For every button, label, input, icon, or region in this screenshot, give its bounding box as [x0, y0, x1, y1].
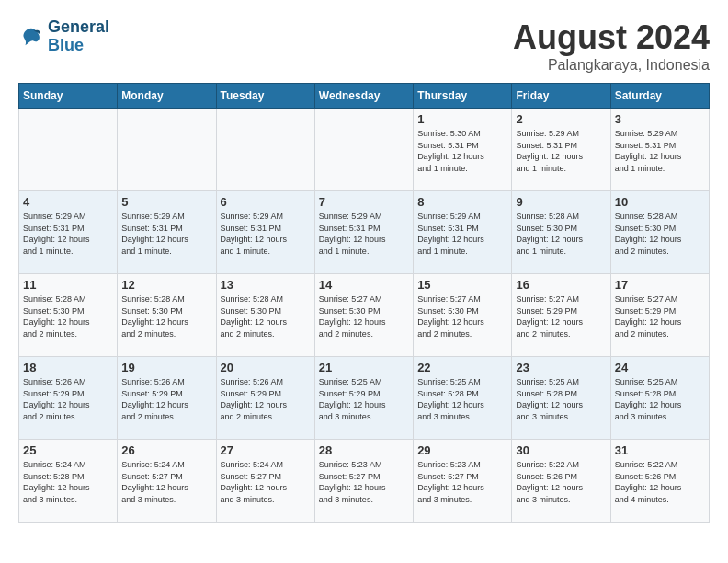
- cell-info: Sunrise: 5:29 AM Sunset: 5:31 PM Dayligh…: [319, 211, 409, 257]
- week-row-5: 25Sunrise: 5:24 AM Sunset: 5:28 PM Dayli…: [19, 440, 710, 523]
- cell-info: Sunrise: 5:28 AM Sunset: 5:30 PM Dayligh…: [615, 211, 705, 257]
- calendar-cell: 11Sunrise: 5:28 AM Sunset: 5:30 PM Dayli…: [19, 274, 118, 357]
- calendar-cell: 4Sunrise: 5:29 AM Sunset: 5:31 PM Daylig…: [19, 191, 118, 274]
- header-wednesday: Wednesday: [314, 84, 413, 109]
- calendar-cell: 6Sunrise: 5:29 AM Sunset: 5:31 PM Daylig…: [216, 191, 314, 274]
- day-number: 6: [221, 195, 311, 209]
- cell-info: Sunrise: 5:26 AM Sunset: 5:29 PM Dayligh…: [23, 376, 113, 422]
- day-number: 20: [221, 361, 311, 374]
- calendar-cell: 10Sunrise: 5:28 AM Sunset: 5:30 PM Dayli…: [610, 191, 709, 274]
- calendar-cell: 9Sunrise: 5:28 AM Sunset: 5:30 PM Daylig…: [512, 191, 610, 274]
- calendar-cell: [314, 109, 413, 191]
- week-row-4: 18Sunrise: 5:26 AM Sunset: 5:29 PM Dayli…: [19, 357, 710, 440]
- cell-info: Sunrise: 5:29 AM Sunset: 5:31 PM Dayligh…: [615, 128, 705, 174]
- title-block: August 2024 Palangkaraya, Indonesia: [513, 18, 710, 74]
- day-number: 28: [319, 443, 409, 457]
- cell-info: Sunrise: 5:29 AM Sunset: 5:31 PM Dayligh…: [417, 211, 507, 257]
- cell-info: Sunrise: 5:29 AM Sunset: 5:31 PM Dayligh…: [221, 211, 311, 257]
- day-number: 23: [516, 361, 606, 374]
- day-number: 15: [417, 278, 507, 292]
- day-number: 24: [615, 361, 705, 374]
- header-saturday: Saturday: [610, 84, 709, 109]
- cell-info: Sunrise: 5:24 AM Sunset: 5:27 PM Dayligh…: [221, 459, 311, 505]
- cell-info: Sunrise: 5:23 AM Sunset: 5:27 PM Dayligh…: [319, 459, 409, 505]
- day-number: 11: [23, 278, 113, 292]
- day-number: 27: [221, 443, 311, 457]
- calendar-cell: [118, 109, 216, 191]
- page-header: General Blue August 2024 Palangkaraya, I…: [18, 18, 710, 74]
- logo: General Blue: [18, 18, 109, 55]
- cell-info: Sunrise: 5:27 AM Sunset: 5:29 PM Dayligh…: [615, 293, 705, 339]
- cell-info: Sunrise: 5:29 AM Sunset: 5:31 PM Dayligh…: [121, 211, 211, 257]
- calendar-cell: 2Sunrise: 5:29 AM Sunset: 5:31 PM Daylig…: [512, 109, 610, 191]
- calendar-cell: 13Sunrise: 5:28 AM Sunset: 5:30 PM Dayli…: [216, 274, 314, 357]
- logo-icon: [18, 24, 44, 50]
- calendar-cell: 26Sunrise: 5:24 AM Sunset: 5:27 PM Dayli…: [118, 440, 216, 523]
- day-number: 9: [516, 195, 606, 209]
- cell-info: Sunrise: 5:22 AM Sunset: 5:26 PM Dayligh…: [615, 459, 705, 505]
- cell-info: Sunrise: 5:29 AM Sunset: 5:31 PM Dayligh…: [23, 211, 113, 257]
- calendar-cell: 22Sunrise: 5:25 AM Sunset: 5:28 PM Dayli…: [414, 357, 512, 440]
- day-number: 14: [319, 278, 409, 292]
- day-number: 8: [417, 195, 507, 209]
- cell-info: Sunrise: 5:28 AM Sunset: 5:30 PM Dayligh…: [121, 293, 211, 339]
- cell-info: Sunrise: 5:28 AM Sunset: 5:30 PM Dayligh…: [516, 211, 606, 257]
- calendar-cell: 16Sunrise: 5:27 AM Sunset: 5:29 PM Dayli…: [512, 274, 610, 357]
- calendar-cell: 20Sunrise: 5:26 AM Sunset: 5:29 PM Dayli…: [216, 357, 314, 440]
- cell-info: Sunrise: 5:25 AM Sunset: 5:28 PM Dayligh…: [417, 376, 507, 422]
- calendar-table: SundayMondayTuesdayWednesdayThursdayFrid…: [18, 83, 710, 523]
- calendar-cell: [216, 109, 314, 191]
- cell-info: Sunrise: 5:24 AM Sunset: 5:27 PM Dayligh…: [121, 459, 211, 505]
- day-number: 26: [121, 443, 211, 457]
- calendar-cell: [19, 109, 118, 191]
- day-number: 1: [417, 112, 507, 126]
- calendar-cell: 1Sunrise: 5:30 AM Sunset: 5:31 PM Daylig…: [414, 109, 512, 191]
- cell-info: Sunrise: 5:27 AM Sunset: 5:30 PM Dayligh…: [417, 293, 507, 339]
- month-title: August 2024: [513, 18, 710, 57]
- cell-info: Sunrise: 5:27 AM Sunset: 5:30 PM Dayligh…: [319, 293, 409, 339]
- cell-info: Sunrise: 5:28 AM Sunset: 5:30 PM Dayligh…: [221, 293, 311, 339]
- cell-info: Sunrise: 5:26 AM Sunset: 5:29 PM Dayligh…: [121, 376, 211, 422]
- day-number: 7: [319, 195, 409, 209]
- calendar-cell: 7Sunrise: 5:29 AM Sunset: 5:31 PM Daylig…: [314, 191, 413, 274]
- calendar-cell: 15Sunrise: 5:27 AM Sunset: 5:30 PM Dayli…: [414, 274, 512, 357]
- calendar-cell: 12Sunrise: 5:28 AM Sunset: 5:30 PM Dayli…: [118, 274, 216, 357]
- calendar-cell: 27Sunrise: 5:24 AM Sunset: 5:27 PM Dayli…: [216, 440, 314, 523]
- header-tuesday: Tuesday: [216, 84, 314, 109]
- day-number: 17: [615, 278, 705, 292]
- calendar-cell: 14Sunrise: 5:27 AM Sunset: 5:30 PM Dayli…: [314, 274, 413, 357]
- header-friday: Friday: [512, 84, 610, 109]
- cell-info: Sunrise: 5:27 AM Sunset: 5:29 PM Dayligh…: [516, 293, 606, 339]
- calendar-cell: 3Sunrise: 5:29 AM Sunset: 5:31 PM Daylig…: [610, 109, 709, 191]
- calendar-cell: 21Sunrise: 5:25 AM Sunset: 5:29 PM Dayli…: [314, 357, 413, 440]
- week-row-3: 11Sunrise: 5:28 AM Sunset: 5:30 PM Dayli…: [19, 274, 710, 357]
- header-thursday: Thursday: [414, 84, 512, 109]
- header-row: SundayMondayTuesdayWednesdayThursdayFrid…: [19, 84, 710, 109]
- day-number: 3: [615, 112, 705, 126]
- day-number: 10: [615, 195, 705, 209]
- calendar-cell: 18Sunrise: 5:26 AM Sunset: 5:29 PM Dayli…: [19, 357, 118, 440]
- header-sunday: Sunday: [19, 84, 118, 109]
- calendar-cell: 28Sunrise: 5:23 AM Sunset: 5:27 PM Dayli…: [314, 440, 413, 523]
- calendar-cell: 24Sunrise: 5:25 AM Sunset: 5:28 PM Dayli…: [610, 357, 709, 440]
- logo-text: General Blue: [48, 18, 109, 55]
- calendar-cell: 23Sunrise: 5:25 AM Sunset: 5:28 PM Dayli…: [512, 357, 610, 440]
- day-number: 16: [516, 278, 606, 292]
- day-number: 31: [615, 443, 705, 457]
- cell-info: Sunrise: 5:26 AM Sunset: 5:29 PM Dayligh…: [221, 376, 311, 422]
- day-number: 4: [23, 195, 113, 209]
- day-number: 12: [121, 278, 211, 292]
- calendar-cell: 31Sunrise: 5:22 AM Sunset: 5:26 PM Dayli…: [610, 440, 709, 523]
- header-monday: Monday: [118, 84, 216, 109]
- day-number: 30: [516, 443, 606, 457]
- cell-info: Sunrise: 5:30 AM Sunset: 5:31 PM Dayligh…: [417, 128, 507, 174]
- cell-info: Sunrise: 5:28 AM Sunset: 5:30 PM Dayligh…: [23, 293, 113, 339]
- day-number: 22: [417, 361, 507, 374]
- calendar-cell: 17Sunrise: 5:27 AM Sunset: 5:29 PM Dayli…: [610, 274, 709, 357]
- cell-info: Sunrise: 5:25 AM Sunset: 5:29 PM Dayligh…: [319, 376, 409, 422]
- cell-info: Sunrise: 5:29 AM Sunset: 5:31 PM Dayligh…: [516, 128, 606, 174]
- cell-info: Sunrise: 5:25 AM Sunset: 5:28 PM Dayligh…: [615, 376, 705, 422]
- week-row-1: 1Sunrise: 5:30 AM Sunset: 5:31 PM Daylig…: [19, 109, 710, 191]
- day-number: 29: [417, 443, 507, 457]
- calendar-cell: 8Sunrise: 5:29 AM Sunset: 5:31 PM Daylig…: [414, 191, 512, 274]
